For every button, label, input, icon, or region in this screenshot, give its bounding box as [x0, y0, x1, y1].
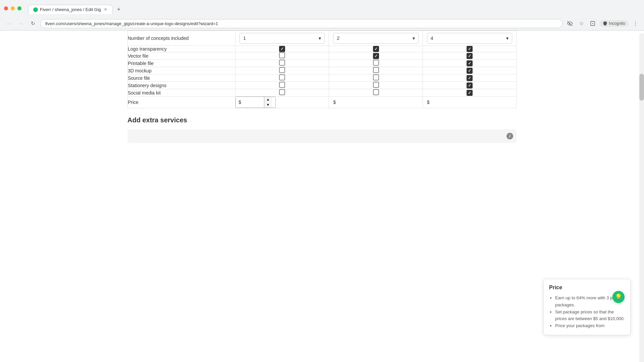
active-tab[interactable]: Fiverr / sheena_jones / Edit Gig ✕	[28, 5, 113, 14]
checkbox-3d_mockup-col2[interactable]	[373, 67, 379, 73]
checkbox-social_media_kit-col3[interactable]	[467, 90, 473, 96]
new-tab-button[interactable]: +	[114, 5, 123, 14]
checkbox-vector_file-col2[interactable]	[373, 53, 379, 59]
checkbox-stationery_designs-col1[interactable]	[279, 82, 285, 88]
cell-printable_file-col3[interactable]	[423, 60, 516, 67]
cell-logo_transparency-col1[interactable]	[235, 46, 329, 52]
price-input-col1[interactable]	[244, 97, 264, 108]
checkbox-stationery_designs-col2[interactable]	[373, 82, 379, 88]
cell-stationery_designs-col1[interactable]	[235, 82, 329, 89]
feature-label-stationery_designs: Stationery designs	[128, 82, 235, 89]
window-maximize-button[interactable]	[17, 6, 21, 10]
pricing-table: Number of concepts included1▾2▾4▾Logo tr…	[127, 31, 517, 108]
checkbox-stationery_designs-col3[interactable]	[467, 82, 473, 88]
cell-printable_file-col1[interactable]	[235, 60, 329, 67]
price-plain-col2: $	[329, 97, 422, 108]
checkbox-3d_mockup-col1[interactable]	[279, 67, 285, 73]
cell-number_of_concepts-col1[interactable]: 1▾	[235, 31, 329, 46]
checkbox-logo_transparency-col3[interactable]	[467, 46, 473, 52]
price-plain-col3: $	[423, 97, 516, 108]
cell-logo_transparency-col2[interactable]	[329, 46, 423, 52]
cell-source_file-col1[interactable]	[235, 74, 329, 82]
dropdown-number_of_concepts-col3[interactable]: 4▾	[427, 33, 512, 44]
checkbox-logo_transparency-col1[interactable]	[279, 46, 285, 52]
extra-services-section: Add extra services i	[121, 108, 523, 143]
checkbox-source_file-col2[interactable]	[373, 74, 379, 80]
feature-label-social_media_kit: Social media kit	[128, 89, 235, 97]
checkbox-source_file-col3[interactable]	[467, 75, 473, 81]
checkbox-source_file-col1[interactable]	[279, 74, 285, 80]
info-icon[interactable]: i	[506, 133, 513, 139]
tab-favicon	[33, 7, 38, 12]
eye-slash-icon[interactable]	[565, 19, 575, 28]
cell-printable_file-col2[interactable]	[329, 60, 423, 67]
cell-price-col1[interactable]: $▲▼	[235, 97, 329, 108]
cell-price-col3[interactable]: $	[423, 97, 516, 108]
checkbox-vector_file-col3[interactable]	[467, 53, 473, 59]
checkbox-vector_file-col1[interactable]	[279, 52, 285, 58]
cell-3d_mockup-col2[interactable]	[329, 67, 423, 74]
incognito-badge: Incognito	[599, 20, 629, 27]
cell-logo_transparency-col3[interactable]	[423, 46, 516, 52]
address-bar[interactable]: fiverr.com/users/sheena_jones/manage_gig…	[40, 19, 562, 28]
cell-vector_file-col1[interactable]	[235, 52, 329, 60]
feature-label-source_file: Source file	[128, 74, 235, 82]
feature-label-price: Price	[128, 97, 235, 108]
cell-social_media_kit-col2[interactable]	[329, 89, 423, 97]
cell-stationery_designs-col3[interactable]	[423, 82, 516, 89]
cell-source_file-col2[interactable]	[329, 74, 423, 82]
cell-number_of_concepts-col2[interactable]: 2▾	[329, 31, 423, 46]
price-input-wrap-col1: $▲▼	[235, 97, 276, 108]
back-button[interactable]: ←	[4, 19, 13, 28]
cell-social_media_kit-col3[interactable]	[423, 89, 516, 97]
tab-bar: Fiverr / sheena_jones / Edit Gig ✕ +	[24, 3, 640, 14]
cell-price-col2[interactable]: $	[329, 97, 423, 108]
checkbox-3d_mockup-col3[interactable]	[467, 68, 473, 74]
price-spin-up[interactable]: ▲	[264, 97, 272, 102]
dropdown-number_of_concepts-col1[interactable]: 1▾	[239, 33, 325, 44]
cell-stationery_designs-col2[interactable]	[329, 82, 423, 89]
tab-close-button[interactable]: ✕	[103, 7, 108, 12]
feature-label-printable_file: Printable file	[128, 60, 235, 67]
toolbar-icons: ☆ Incognito ⋮	[565, 19, 640, 28]
browser-toolbar: ← → ↻ fiverr.com/users/sheena_jones/mana…	[0, 17, 644, 30]
incognito-label: Incognito	[609, 21, 625, 26]
checkbox-printable_file-col2[interactable]	[373, 60, 379, 66]
table-wrapper: Number of concepts included1▾2▾4▾Logo tr…	[121, 31, 523, 108]
star-icon[interactable]: ☆	[577, 19, 586, 28]
dropdown-number_of_concepts-col2[interactable]: 2▾	[333, 33, 418, 44]
page-content: Number of concepts included1▾2▾4▾Logo tr…	[121, 31, 523, 156]
cell-3d_mockup-col1[interactable]	[235, 67, 329, 74]
cell-source_file-col3[interactable]	[423, 74, 516, 82]
feature-label-3d_mockup: 3D mockup	[128, 67, 235, 74]
browser-chrome: Fiverr / sheena_jones / Edit Gig ✕ + ← →…	[0, 0, 644, 31]
scrollbar-track[interactable]	[639, 34, 644, 156]
window-minimize-button[interactable]	[11, 6, 15, 10]
forward-button[interactable]: →	[16, 19, 25, 28]
url-text: fiverr.com/users/sheena_jones/manage_gig…	[45, 21, 557, 26]
checkbox-social_media_kit-col2[interactable]	[373, 89, 379, 95]
cell-vector_file-col3[interactable]	[423, 52, 516, 60]
menu-icon[interactable]: ⋮	[631, 19, 640, 28]
cell-3d_mockup-col3[interactable]	[423, 67, 516, 74]
title-bar: Fiverr / sheena_jones / Edit Gig ✕ +	[0, 0, 644, 17]
extra-services-bar: i	[127, 129, 517, 143]
feature-label-vector_file: Vector file	[128, 52, 235, 60]
cell-number_of_concepts-col3[interactable]: 4▾	[423, 31, 516, 46]
extra-services-title: Add extra services	[121, 116, 523, 124]
scrollbar-thumb[interactable]	[639, 74, 644, 101]
reload-button[interactable]: ↻	[28, 19, 38, 28]
checkbox-logo_transparency-col2[interactable]	[373, 46, 379, 52]
tab-label: Fiverr / sheena_jones / Edit Gig	[40, 7, 101, 12]
feature-label-logo_transparency: Logo transparency	[128, 46, 235, 52]
feature-label-number_of_concepts: Number of concepts included	[128, 31, 235, 46]
checkbox-printable_file-col1[interactable]	[279, 60, 285, 66]
cell-vector_file-col2[interactable]	[329, 52, 423, 60]
window-controls	[4, 6, 21, 10]
checkbox-social_media_kit-col1[interactable]	[279, 89, 285, 95]
profile-icon[interactable]	[588, 19, 597, 28]
checkbox-printable_file-col3[interactable]	[467, 60, 473, 66]
window-close-button[interactable]	[4, 6, 8, 10]
cell-social_media_kit-col1[interactable]	[235, 89, 329, 97]
price-spin-down[interactable]: ▼	[264, 102, 272, 108]
